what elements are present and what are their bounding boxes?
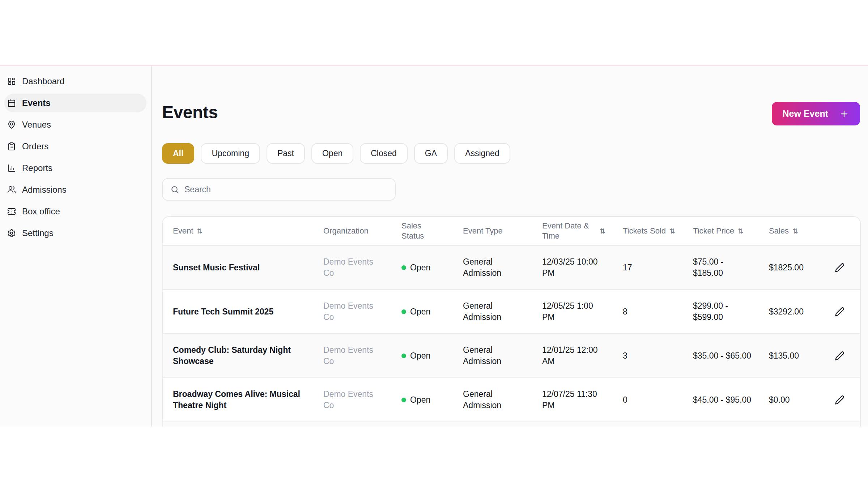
sort-icon: ⇅ [669,226,675,236]
tickets-sold-cell: 3 [613,334,683,377]
ticket-price-cell: $35.00 - $65.00 [683,334,759,377]
filter-closed[interactable]: Closed [360,143,408,164]
sidebar: DashboardEventsVenuesOrdersReportsAdmiss… [0,66,152,427]
event-type-cell: General Admission [453,290,532,333]
event-type-cell: General Admission [453,334,532,377]
filter-label: Past [277,149,294,158]
search-icon [170,185,179,194]
table-row[interactable]: Sunset Music FestivalDemo Events CoOpenG… [163,245,860,289]
column-label: Event Type [463,226,503,236]
filter-ga[interactable]: GA [414,143,448,164]
edit-event-button[interactable] [831,391,848,408]
table-header-row: Event⇅OrganizationSales StatusEvent Type… [163,217,860,245]
sidebar-item-label: Box office [22,206,60,217]
sales-status-cell: Open [391,246,453,289]
sales-cell: $0.00 [759,378,819,421]
event-name-cell: Future Tech Summit 2025 [163,290,313,333]
edit-event-button[interactable] [831,259,848,276]
sales-status-cell: Open [391,334,453,377]
bar-chart-icon [7,164,16,172]
column-header-event-date-time[interactable]: Event Date & Time⇅ [532,217,613,245]
filter-all[interactable]: All [162,143,194,164]
status-label: Open [410,350,430,361]
sidebar-item-settings[interactable]: Settings [4,224,146,243]
filter-label: Closed [371,149,397,158]
event-type-cell: General Admission [453,378,532,421]
actions-cell [819,378,860,421]
sidebar-item-events[interactable]: Events [4,94,146,112]
main-content: Events New Event AllUpcomingPastOpenClos… [152,66,868,427]
column-header-sales[interactable]: Sales⇅ [759,217,819,245]
sales-cell: $135.00 [759,334,819,377]
filter-label: Upcoming [212,149,249,158]
pencil-icon [835,307,844,317]
table-body: Sunset Music FestivalDemo Events CoOpenG… [163,245,860,421]
filter-upcoming[interactable]: Upcoming [201,143,260,164]
event-name-cell: Comedy Club: Saturday Night Showcase [163,334,313,377]
column-header-event-type: Event Type [453,217,532,245]
users-icon [7,185,16,194]
filter-label: Open [322,149,342,158]
column-header-sales-status: Sales Status [391,217,453,245]
status-dot [401,309,406,314]
table-row-partial [163,421,860,427]
column-header-ticket-price[interactable]: Ticket Price⇅ [683,217,759,245]
new-event-button[interactable]: New Event [772,102,860,125]
filter-assigned[interactable]: Assigned [454,143,510,164]
table-row[interactable]: Broadway Comes Alive: Musical Theatre Ni… [163,377,860,421]
sidebar-item-dashboard[interactable]: Dashboard [4,72,146,91]
event-datetime-cell: 12/03/25 10:00 PM [532,246,613,289]
event-name-cell: Sunset Music Festival [163,246,313,289]
column-label: Event Date & Time [542,221,596,241]
actions-cell [819,290,860,333]
map-pin-icon [7,120,16,129]
sidebar-item-label: Admissions [22,185,67,195]
sidebar-item-reports[interactable]: Reports [4,159,146,177]
plus-icon [839,109,849,119]
ticket-price-cell: $299.00 - $599.00 [683,290,759,333]
sidebar-item-label: Reports [22,163,52,173]
page-title: Events [162,103,861,122]
calendar-icon [7,99,16,107]
sidebar-item-admissions[interactable]: Admissions [4,180,146,199]
status-label: Open [410,306,430,317]
table-row[interactable]: Future Tech Summit 2025Demo Events CoOpe… [163,289,860,333]
pencil-icon [835,263,844,273]
ticket-price-cell: $75.00 - $185.00 [683,246,759,289]
edit-event-button[interactable] [831,347,848,364]
dashboard-icon [7,77,16,86]
sidebar-item-box-office[interactable]: Box office [4,202,146,221]
sidebar-nav: DashboardEventsVenuesOrdersReportsAdmiss… [4,72,146,243]
filter-label: Assigned [465,149,499,158]
organization-cell: Demo Events Co [313,290,391,333]
edit-event-button[interactable] [831,303,848,320]
filter-past[interactable]: Past [267,143,305,164]
search-box[interactable] [162,178,396,201]
sidebar-item-venues[interactable]: Venues [4,115,146,134]
column-header-tickets-sold[interactable]: Tickets Sold⇅ [613,217,683,245]
column-header-organization: Organization [313,217,391,245]
sales-cell: $1825.00 [759,246,819,289]
tickets-sold-cell: 17 [613,246,683,289]
event-name-cell: Broadway Comes Alive: Musical Theatre Ni… [163,378,313,421]
table-row[interactable]: Comedy Club: Saturday Night ShowcaseDemo… [163,333,860,377]
status-label: Open [410,262,430,273]
status-label: Open [410,394,430,406]
sidebar-item-label: Orders [22,141,48,151]
status-dot [401,398,406,402]
search-input[interactable] [184,185,387,194]
new-event-label: New Event [783,108,828,119]
column-label: Ticket Price [693,226,734,236]
column-header-event[interactable]: Event⇅ [163,217,313,245]
clipboard-icon [7,142,16,151]
status-dot [401,354,406,358]
event-datetime-cell: 12/07/25 11:30 PM [532,378,613,421]
sidebar-item-orders[interactable]: Orders [4,137,146,156]
filter-label: All [173,149,183,158]
organization-cell: Demo Events Co [313,246,391,289]
organization-cell: Demo Events Co [313,378,391,421]
column-header-actions [819,217,860,245]
sidebar-item-label: Events [22,98,51,108]
filter-open[interactable]: Open [311,143,353,164]
tickets-sold-cell: 8 [613,290,683,333]
